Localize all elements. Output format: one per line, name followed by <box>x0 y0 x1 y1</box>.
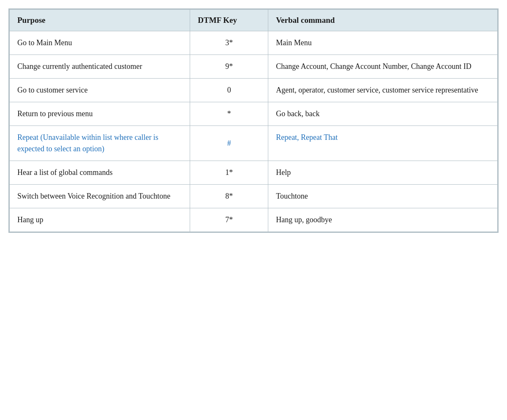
cell-purpose-return-previous: Return to previous menu <box>10 102 190 126</box>
cell-purpose-switch-voice: Switch between Voice Recognition and Tou… <box>10 185 190 208</box>
cell-dtmf-hear-global: 1* <box>190 161 268 185</box>
table-row: Switch between Voice Recognition and Tou… <box>10 185 498 208</box>
cell-verbal-hang-up: Hang up, goodbye <box>268 208 498 232</box>
cell-verbal-switch-voice: Touchtone <box>268 185 498 208</box>
main-table-wrapper: Purpose DTMF Key Verbal command Go to Ma… <box>8 8 499 233</box>
table-row: Hang up7*Hang up, goodbye <box>10 208 498 232</box>
table-row: Return to previous menu*Go back, back <box>10 102 498 126</box>
cell-verbal-go-to-main-menu: Main Menu <box>268 31 498 55</box>
cell-purpose-change-customer: Change currently authenticated customer <box>10 55 190 79</box>
header-dtmf: DTMF Key <box>190 10 268 31</box>
cell-purpose-hang-up: Hang up <box>10 208 190 232</box>
table-row: Hear a list of global commands1*Help <box>10 161 498 185</box>
cell-purpose-go-to-main-menu: Go to Main Menu <box>10 31 190 55</box>
commands-table: Purpose DTMF Key Verbal command Go to Ma… <box>9 9 498 232</box>
header-purpose: Purpose <box>10 10 190 31</box>
cell-purpose-customer-service: Go to customer service <box>10 79 190 102</box>
cell-verbal-change-customer: Change Account, Change Account Number, C… <box>268 55 498 79</box>
cell-verbal-repeat: Repeat, Repeat That <box>268 126 498 161</box>
cell-dtmf-customer-service: 0 <box>190 79 268 102</box>
table-row: Go to Main Menu3*Main Menu <box>10 31 498 55</box>
cell-purpose-repeat: Repeat (Unavailable within list where ca… <box>10 126 190 161</box>
cell-verbal-hear-global: Help <box>268 161 498 185</box>
cell-dtmf-switch-voice: 8* <box>190 185 268 208</box>
cell-dtmf-repeat: # <box>190 126 268 161</box>
header-verbal: Verbal command <box>268 10 498 31</box>
cell-dtmf-hang-up: 7* <box>190 208 268 232</box>
cell-verbal-return-previous: Go back, back <box>268 102 498 126</box>
cell-verbal-customer-service: Agent, operator, customer service, custo… <box>268 79 498 102</box>
cell-dtmf-return-previous: * <box>190 102 268 126</box>
table-row: Change currently authenticated customer9… <box>10 55 498 79</box>
cell-purpose-hear-global: Hear a list of global commands <box>10 161 190 185</box>
cell-dtmf-go-to-main-menu: 3* <box>190 31 268 55</box>
cell-dtmf-change-customer: 9* <box>190 55 268 79</box>
table-row: Repeat (Unavailable within list where ca… <box>10 126 498 161</box>
table-header-row: Purpose DTMF Key Verbal command <box>10 10 498 31</box>
table-row: Go to customer service0Agent, operator, … <box>10 79 498 102</box>
